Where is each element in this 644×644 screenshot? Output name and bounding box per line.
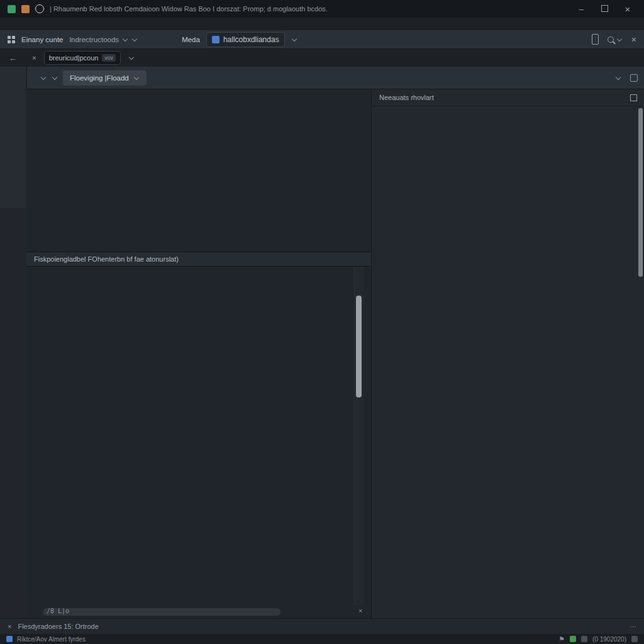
settings-icon[interactable] xyxy=(630,74,638,82)
sidebar-active-group xyxy=(0,67,26,208)
chevron-down-icon[interactable] xyxy=(128,55,133,60)
indicator-icon xyxy=(631,636,638,642)
status-message: Riktce/Aov Almert fyrdes xyxy=(17,636,86,643)
input-badge: vov xyxy=(102,54,115,62)
pane-title: Fiskpoiengladbel FOhenterbn bf fae atonu… xyxy=(34,255,179,263)
media-button[interactable]: Meda xyxy=(182,36,200,43)
main-toolbar: Einany cunte lndrectructoods Meda hallco… xyxy=(0,30,644,49)
record-icon xyxy=(35,4,44,13)
window-title: | Rhaumenb Red lobsth Cemdaioon Widow Ra… xyxy=(50,5,567,13)
editor-hscroll-row: /8 L|o × xyxy=(26,605,371,618)
chevron-down-icon xyxy=(617,36,622,41)
chevron-down-icon[interactable] xyxy=(291,36,296,41)
tool-window-label: Flesdyradoers 15: Ortrode xyxy=(18,623,98,630)
horizontal-scrollbar[interactable] xyxy=(43,608,280,616)
app-logo-icon xyxy=(8,5,16,13)
search-everywhere[interactable] xyxy=(608,36,623,43)
code-editor-top[interactable] xyxy=(26,89,371,252)
chevron-down-icon xyxy=(132,36,137,41)
panel-header: Neeauats rhovlart xyxy=(372,89,644,106)
scroll-position-label: /8 L|o xyxy=(47,608,69,614)
editor-pane-header: Fiskpoiengladbel FOhenterbn bf fae atonu… xyxy=(26,252,371,267)
code-editor-bottom[interactable] xyxy=(26,267,371,605)
panel-title: Neeauats rhovlart xyxy=(379,94,434,101)
chevron-down-icon[interactable] xyxy=(41,74,46,79)
search-icon xyxy=(608,36,614,43)
flag-icon[interactable]: ⚑ xyxy=(558,635,565,643)
run-config-input[interactable]: breuricud|pcoun vov xyxy=(44,51,121,65)
run-config-dropdown[interactable]: Floeviging |Floadd xyxy=(63,70,147,86)
device-icon xyxy=(212,36,219,43)
build-status-icon[interactable] xyxy=(570,636,576,642)
navigation-bar: ← × breuricud|pcoun vov xyxy=(0,49,644,67)
panel-scrollbar-thumb[interactable] xyxy=(638,108,643,277)
chevron-down-icon[interactable] xyxy=(52,74,57,79)
status-bar: Riktce/Aov Almert fyrdes ⚑ (0 1902020) xyxy=(0,634,644,644)
minimize-button[interactable]: – xyxy=(572,4,590,14)
android-icon xyxy=(21,5,30,13)
bottom-toolbar: × Flesdyradoers 15: Ortrode ··· xyxy=(0,618,644,634)
menubar xyxy=(0,18,644,30)
branch-selector[interactable]: lndrectructoods xyxy=(70,36,138,43)
close-tool-icon[interactable]: × xyxy=(8,623,11,630)
status-position: (0 1902020) xyxy=(592,636,626,643)
close-panel-icon[interactable]: × xyxy=(358,607,362,614)
app-menu-icon[interactable] xyxy=(8,36,15,43)
attributes-panel: Neeauats rhovlart xyxy=(371,89,644,618)
tool-window-sidebar xyxy=(0,67,27,618)
editor-scrollbar-thumb[interactable] xyxy=(356,296,362,397)
titlebar: | Rhaumenb Red lobsth Cemdaioon Widow Ra… xyxy=(0,0,644,18)
panel-maximize-icon[interactable] xyxy=(630,94,637,101)
status-app-icon xyxy=(6,636,13,642)
close-button[interactable]: × xyxy=(619,4,636,14)
chevron-down-icon xyxy=(123,36,128,41)
tab-close-icon[interactable]: × xyxy=(32,54,36,62)
chevron-down-icon[interactable] xyxy=(616,74,621,79)
project-name[interactable]: Einany cunte xyxy=(21,36,64,43)
device-mirror-icon[interactable] xyxy=(592,34,599,45)
layout-icon[interactable] xyxy=(581,636,587,642)
run-toolbar: Floeviging |Floadd xyxy=(26,67,644,89)
maximize-button[interactable] xyxy=(596,4,613,14)
close-toolbar-icon[interactable]: × xyxy=(631,35,636,45)
device-selector[interactable]: hallcobxdliandas xyxy=(206,32,285,47)
back-button[interactable]: ← xyxy=(9,53,17,63)
more-options-icon[interactable]: ··· xyxy=(630,623,636,630)
